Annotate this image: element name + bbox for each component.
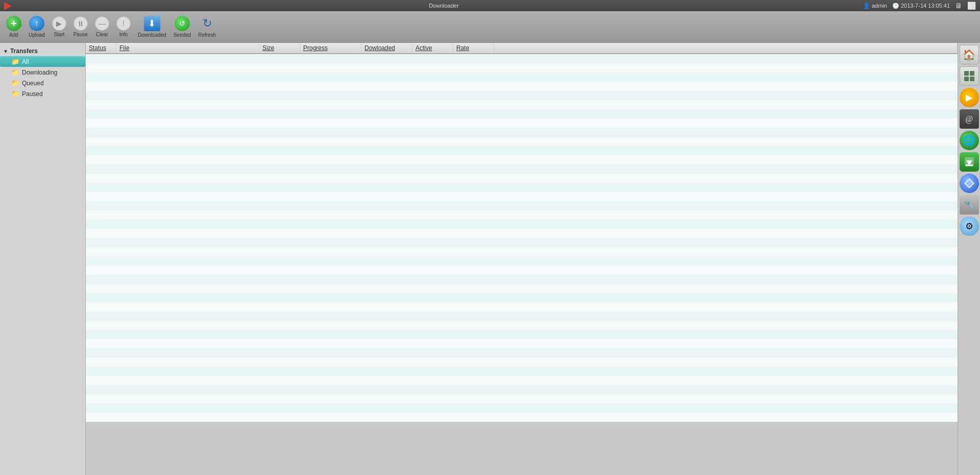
table-cell bbox=[86, 192, 116, 201]
table-row[interactable] bbox=[86, 210, 958, 220]
table-row[interactable] bbox=[86, 82, 958, 91]
seeded-label: Seeded bbox=[174, 32, 191, 38]
dock-tools-button[interactable]: 🔧 bbox=[960, 195, 979, 215]
clear-button[interactable]: — Clear bbox=[92, 14, 112, 39]
dock-play-button[interactable]: ▶ bbox=[960, 88, 979, 107]
table-cell bbox=[494, 73, 958, 82]
table-row[interactable] bbox=[86, 54, 958, 63]
pause-button[interactable]: ⏸ Pause bbox=[70, 14, 91, 39]
col-header-size[interactable]: Size bbox=[259, 43, 300, 53]
table-row[interactable] bbox=[86, 275, 958, 284]
start-button[interactable]: ▶ Start bbox=[49, 14, 69, 39]
table-row[interactable] bbox=[86, 91, 958, 100]
table-row[interactable] bbox=[86, 137, 958, 146]
table-row[interactable] bbox=[86, 229, 958, 238]
dock-globe-button[interactable]: 🌐 bbox=[960, 131, 979, 150]
table-cell bbox=[361, 302, 412, 312]
dock-email-button[interactable]: @ bbox=[960, 109, 979, 129]
table-cell bbox=[300, 403, 361, 413]
table-cell bbox=[300, 220, 361, 229]
col-header-file[interactable]: File bbox=[116, 43, 259, 53]
table-cell bbox=[494, 302, 958, 312]
table-row[interactable] bbox=[86, 394, 958, 403]
table-row[interactable] bbox=[86, 312, 958, 321]
table-row[interactable] bbox=[86, 238, 958, 247]
pause-label: Pause bbox=[74, 32, 88, 37]
refresh-button[interactable]: ↻ Refresh bbox=[195, 14, 219, 40]
top-bar: ▶ Downloader 👤 admin 🕐 2013-7-14 13:05:4… bbox=[0, 0, 980, 11]
table-cell bbox=[412, 174, 453, 183]
table-cell bbox=[453, 164, 494, 174]
table-row[interactable] bbox=[86, 118, 958, 128]
sidebar-item-paused[interactable]: 📁 Paused bbox=[0, 88, 85, 99]
sidebar-item-downloading[interactable]: 📁 Downloading bbox=[0, 67, 85, 78]
table-row[interactable] bbox=[86, 358, 958, 367]
col-header-status[interactable]: Status bbox=[86, 43, 116, 53]
table-cell bbox=[300, 312, 361, 321]
downloaded-button[interactable]: ⬇ Downloaded bbox=[135, 14, 169, 40]
table-row[interactable] bbox=[86, 403, 958, 413]
table-row[interactable] bbox=[86, 183, 958, 192]
table-row[interactable] bbox=[86, 201, 958, 210]
table-cell bbox=[116, 118, 259, 128]
table-row[interactable] bbox=[86, 321, 958, 330]
table-row[interactable] bbox=[86, 192, 958, 201]
table-row[interactable] bbox=[86, 109, 958, 118]
table-row[interactable] bbox=[86, 100, 958, 109]
sidebar-item-all[interactable]: 📁 All bbox=[0, 56, 85, 67]
table-cell bbox=[453, 137, 494, 146]
table-row[interactable] bbox=[86, 220, 958, 229]
table-cell bbox=[116, 54, 259, 63]
sidebar-item-queued[interactable]: 📁 Queued bbox=[0, 78, 85, 88]
table-cell bbox=[86, 394, 116, 403]
table-row[interactable] bbox=[86, 63, 958, 73]
table-row[interactable] bbox=[86, 247, 958, 256]
dock-settings-button[interactable]: ⚙ bbox=[960, 217, 979, 236]
table-cell bbox=[86, 174, 116, 183]
dock-home-button[interactable]: 🏠 bbox=[960, 45, 979, 64]
table-row[interactable] bbox=[86, 413, 958, 422]
table-row[interactable] bbox=[86, 302, 958, 312]
table-cell bbox=[494, 210, 958, 220]
table-cell bbox=[494, 256, 958, 266]
pause-icon: ⏸ bbox=[74, 16, 88, 31]
globe-icon: 🌐 bbox=[963, 134, 975, 147]
col-header-active[interactable]: Active bbox=[412, 43, 453, 53]
table-row[interactable] bbox=[86, 256, 958, 266]
table-cell bbox=[453, 256, 494, 266]
clear-label: Clear bbox=[96, 32, 108, 37]
upload-button[interactable]: ↑ Upload bbox=[26, 14, 48, 40]
col-header-rate[interactable]: Rate bbox=[453, 43, 494, 53]
table-row[interactable] bbox=[86, 266, 958, 275]
table-cell bbox=[494, 293, 958, 302]
col-header-downloaded[interactable]: Dowloaded bbox=[361, 43, 412, 53]
table-cell bbox=[453, 339, 494, 348]
table-cell bbox=[453, 394, 494, 403]
table-cell bbox=[259, 201, 300, 210]
table-row[interactable] bbox=[86, 284, 958, 293]
table-row[interactable] bbox=[86, 385, 958, 394]
table-row[interactable] bbox=[86, 164, 958, 174]
email-icon: @ bbox=[965, 114, 973, 124]
dock-diamond-button[interactable] bbox=[960, 174, 979, 193]
table-cell bbox=[300, 413, 361, 422]
table-cell bbox=[86, 220, 116, 229]
table-row[interactable] bbox=[86, 293, 958, 302]
table-row[interactable] bbox=[86, 339, 958, 348]
info-button[interactable]: ! Info bbox=[113, 14, 134, 39]
seeded-button[interactable]: ↺ Seeded bbox=[170, 14, 194, 40]
table-row[interactable] bbox=[86, 128, 958, 137]
add-button[interactable]: + Add bbox=[3, 14, 24, 40]
dock-grid-button[interactable] bbox=[960, 66, 979, 86]
transfers-section[interactable]: ▼ Transfers bbox=[0, 46, 85, 56]
table-row[interactable] bbox=[86, 73, 958, 82]
table-row[interactable] bbox=[86, 376, 958, 385]
dock-downloader-button[interactable] bbox=[960, 152, 979, 172]
table-row[interactable] bbox=[86, 348, 958, 358]
table-row[interactable] bbox=[86, 174, 958, 183]
table-row[interactable] bbox=[86, 330, 958, 339]
col-header-progress[interactable]: Progress bbox=[300, 43, 361, 53]
table-row[interactable] bbox=[86, 367, 958, 376]
table-row[interactable] bbox=[86, 146, 958, 155]
table-row[interactable] bbox=[86, 155, 958, 164]
